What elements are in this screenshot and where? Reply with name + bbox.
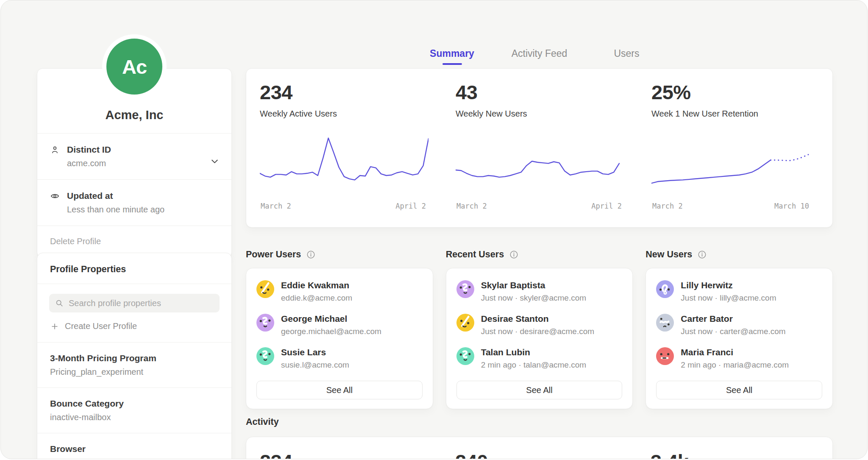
stat-label: Weekly New Users: [456, 109, 624, 119]
activity-stat: 3.4k: [637, 450, 832, 459]
user-meta: susie.l@acme.com: [281, 360, 349, 370]
info-icon[interactable]: [697, 250, 707, 259]
user-list-item[interactable]: Lilly Herwitz Just now · lilly@acme.com: [656, 280, 822, 303]
section-recent-users: Recent Users Skylar Baptista Just now · …: [446, 248, 633, 409]
person-icon: [50, 145, 60, 155]
activity-value: 234: [260, 450, 428, 459]
user-name: George Michael: [281, 314, 381, 324]
x-tick-left: March 2: [261, 202, 291, 210]
user-list-item[interactable]: Desirae Stanton Just now · desirare@acme…: [456, 314, 623, 336]
stat-value: 43: [456, 81, 624, 104]
stat-label: Week 1 New User Retention: [651, 109, 820, 119]
profile-row-label: Distinct ID: [67, 145, 219, 155]
user-sections: Power Users Eddie Kwakman eddie.k@acme.c…: [246, 248, 833, 409]
search-profile-properties[interactable]: [49, 294, 220, 312]
user-name: Maria Franci: [681, 347, 789, 357]
x-tick-left: March 2: [456, 202, 487, 210]
property-value: inactive-mailbox: [50, 413, 219, 422]
user-avatar: [456, 280, 474, 298]
activity-value: 240: [455, 450, 623, 459]
user-meta: eddie.k@acme.com: [281, 293, 352, 303]
user-list-card: Lilly Herwitz Just now · lilly@acme.com …: [645, 268, 833, 409]
company-name: Acme, Inc: [106, 108, 164, 122]
user-list-item[interactable]: Carter Bator Just now · carter@acme.com: [656, 314, 822, 336]
profile-properties-body: Create User Profile: [37, 284, 231, 342]
profile-row-value: acme.com: [67, 159, 219, 168]
activity-title: Activity: [246, 417, 279, 427]
see-all-button[interactable]: See All: [456, 381, 623, 399]
app-window: Ac Acme, Inc Distinct ID acme.com: [0, 0, 868, 459]
user-list-item[interactable]: Talan Lubin 2 min ago · talan@acme.com: [456, 347, 623, 370]
profile-row-value: Less than one minute ago: [67, 205, 219, 215]
x-tick-right: April 2: [395, 202, 426, 210]
user-list-item[interactable]: Skylar Baptista Just now · skyler@acme.c…: [456, 280, 623, 303]
section-title: New Users: [645, 249, 692, 260]
weekly-new-users-sparkline: [456, 133, 624, 196]
user-avatar: [256, 347, 274, 365]
user-name: Lilly Herwitz: [681, 280, 776, 290]
activity-stat: 240: [442, 450, 637, 459]
section-header: Recent Users: [446, 248, 633, 261]
property-value: Pricing_plan_experiment: [50, 367, 219, 377]
weekly-active-users-sparkline: [260, 133, 428, 196]
search-input[interactable]: [68, 298, 214, 309]
search-icon: [55, 298, 64, 308]
user-avatar: [256, 314, 274, 332]
user-list-item[interactable]: Maria Franci 2 min ago · maria@acme.com: [656, 347, 822, 370]
user-meta: Just now · desirare@acme.com: [481, 327, 594, 336]
active-tab-underline: [442, 63, 462, 65]
user-avatar: [656, 280, 674, 298]
user-list-card: Eddie Kwakman eddie.k@acme.com George Mi…: [246, 268, 433, 409]
profile-row-label: Updated at: [67, 191, 219, 201]
user-meta: Just now · lilly@acme.com: [681, 293, 776, 303]
user-name: Skylar Baptista: [481, 280, 586, 290]
activity-value: 3.4k: [651, 450, 819, 459]
stat-weekly-active-users: 234 Weekly Active Users March 2 April 2: [246, 81, 442, 215]
stat-value: 25%: [651, 81, 820, 104]
property-item: Bounce Category inactive-mailbox: [37, 388, 231, 433]
tab-activity-feed-label: Activity Feed: [512, 48, 568, 59]
profile-properties-card: Profile Properties Create User Profile: [37, 253, 232, 459]
section-title: Power Users: [246, 249, 301, 260]
x-axis-labels: March 2 April 2: [456, 202, 624, 210]
property-value: Chrome: [50, 458, 219, 459]
property-item: Browser Chrome: [37, 433, 231, 459]
user-list-item[interactable]: Susie Lars susie.l@acme.com: [256, 347, 423, 370]
see-all-button[interactable]: See All: [656, 381, 822, 399]
user-avatar: [456, 347, 474, 365]
summary-card: 234 Weekly Active Users March 2 April 2 …: [246, 68, 833, 228]
tab-summary-label: Summary: [430, 48, 474, 59]
user-avatar: [656, 314, 674, 332]
profile-properties-title: Profile Properties: [37, 253, 231, 284]
tab-summary[interactable]: Summary: [409, 48, 496, 65]
x-axis-labels: March 2 April 2: [260, 202, 428, 210]
section-new-users: New Users Lilly Herwitz Just now · lilly…: [645, 248, 833, 409]
info-icon[interactable]: [509, 250, 519, 259]
user-list-item[interactable]: George Michael george.michael@acme.com: [256, 314, 423, 336]
tab-users-label: Users: [614, 48, 639, 59]
activity-stat: 234: [246, 450, 442, 459]
activity-card: 234 240 3.4k: [246, 437, 833, 459]
profile-row-distinct-id: Distinct ID acme.com: [37, 133, 231, 179]
user-avatar: [456, 314, 474, 332]
stat-week1-retention: 25% Week 1 New User Retention March 2 Ma…: [638, 81, 834, 215]
x-axis-labels: March 2 March 10: [651, 202, 820, 210]
user-meta: 2 min ago · maria@acme.com: [681, 360, 789, 370]
create-user-profile-button[interactable]: Create User Profile: [49, 312, 220, 342]
chevron-down-icon[interactable]: [209, 156, 220, 167]
user-meta: Just now · skyler@acme.com: [481, 293, 586, 303]
property-label: Browser: [50, 444, 219, 454]
info-icon[interactable]: [306, 250, 316, 259]
tab-activity-feed[interactable]: Activity Feed: [496, 48, 583, 65]
see-all-button[interactable]: See All: [256, 381, 423, 399]
user-list-item[interactable]: Eddie Kwakman eddie.k@acme.com: [256, 280, 423, 303]
user-name: Desirae Stanton: [481, 314, 594, 324]
section-title: Recent Users: [446, 249, 504, 260]
property-label: Bounce Category: [50, 399, 219, 409]
create-user-profile-label: Create User Profile: [65, 321, 137, 331]
plus-icon: [50, 322, 59, 331]
profile-tabs: Summary Activity Feed Users: [246, 48, 833, 65]
tab-users[interactable]: Users: [583, 48, 670, 65]
profile-card: Acme, Inc Distinct ID acme.com: [37, 68, 232, 258]
stat-value: 234: [260, 81, 428, 104]
